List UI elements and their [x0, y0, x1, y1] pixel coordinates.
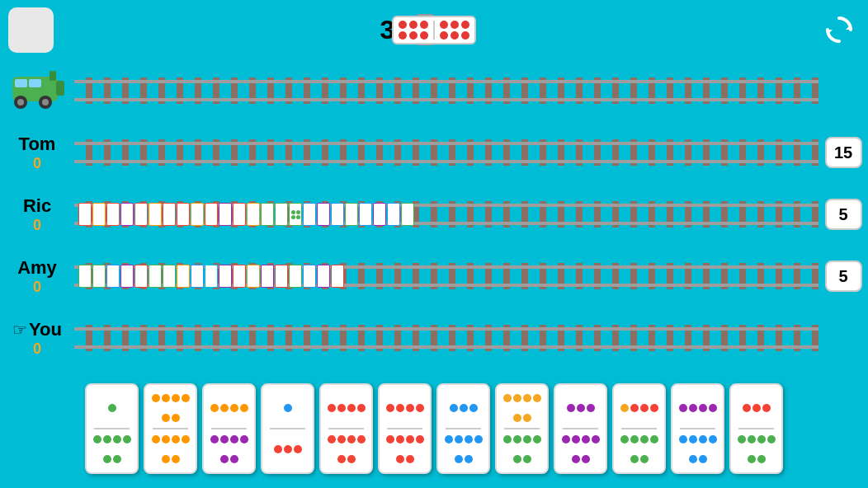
home-button[interactable] — [8, 7, 54, 53]
hand-domino-4-bottom — [266, 430, 309, 469]
train-score-badge — [818, 60, 868, 122]
score-badges: 15 5 5 — [818, 60, 868, 369]
hand-domino-11[interactable] — [671, 383, 724, 474]
hand-domino-6[interactable] — [378, 383, 432, 474]
hand-domino-9-top — [559, 388, 602, 427]
player-slot-tom: Tom 0 — [0, 122, 74, 184]
hand-domino-8-bottom — [500, 430, 544, 469]
player-score-you: 0 — [33, 340, 41, 358]
tom-track — [74, 139, 818, 166]
ric-score-badge: 5 — [818, 184, 868, 246]
you-track — [74, 325, 818, 351]
hand-domino-7[interactable] — [436, 383, 490, 474]
refresh-button[interactable] — [818, 9, 860, 50]
amy-score-badge: 5 — [818, 246, 868, 307]
player-score-ric: 0 — [33, 217, 41, 234]
hand-domino-10-top — [617, 388, 661, 427]
game-area: Tom 0 Ric 0 Amy 0 ☞ You 0 — [0, 60, 868, 369]
hand-domino-1[interactable] — [85, 383, 139, 474]
hand-domino-7-top — [441, 388, 485, 427]
hand-domino-2-bottom — [149, 430, 192, 469]
train-track — [74, 77, 818, 104]
hand-domino-8[interactable] — [495, 383, 549, 474]
player-labels: Tom 0 Ric 0 Amy 0 ☞ You 0 — [0, 60, 74, 369]
hand-domino-9[interactable] — [554, 383, 607, 474]
player-slot-amy: Amy 0 — [0, 246, 74, 307]
svg-rect-12 — [56, 81, 64, 96]
hand-domino-12-bottom — [734, 430, 778, 469]
ric-track-row — [74, 184, 818, 246]
player-name-tom: Tom — [19, 134, 56, 155]
hand-domino-4-top — [266, 388, 309, 427]
amy-score-box: 5 — [825, 260, 862, 292]
hand-domino-3-top — [207, 388, 251, 427]
player-name-you: You — [29, 319, 62, 340]
hand-domino-7-bottom — [441, 430, 485, 469]
player-score-amy: 0 — [33, 279, 41, 296]
game-container: 30 — [0, 0, 868, 488]
train-icon — [8, 64, 66, 117]
domino-display — [392, 16, 476, 45]
player-slot-ric: Ric 0 — [0, 184, 74, 246]
player-arrow-you: ☞ — [12, 320, 27, 340]
hand-domino-3-bottom — [207, 430, 251, 469]
hand-domino-10-bottom — [617, 430, 661, 469]
hand-domino-9-bottom — [559, 430, 602, 469]
ric-dominoes-on-track — [78, 203, 414, 226]
player-name-amy: Amy — [17, 257, 57, 279]
hand-domino-11-bottom — [676, 430, 719, 469]
ric-score-box: 5 — [825, 199, 862, 230]
hand-domino-6-bottom — [383, 430, 427, 469]
player-name-ric: Ric — [23, 195, 51, 217]
hand-domino-6-top — [383, 388, 427, 427]
hand-domino-5[interactable] — [319, 383, 373, 474]
hand-domino-11-top — [676, 388, 719, 427]
top-bar: 30 — [0, 0, 868, 60]
hand-domino-5-top — [324, 388, 368, 427]
you-score-badge — [818, 307, 868, 369]
you-track-row — [74, 307, 818, 369]
svg-point-10 — [42, 99, 49, 106]
hand-domino-12-top — [734, 388, 778, 427]
hand-area — [0, 369, 868, 488]
hand-domino-2[interactable] — [144, 383, 197, 474]
tom-track-row — [74, 122, 818, 184]
tracks-area — [74, 60, 818, 369]
svg-rect-5 — [15, 79, 27, 87]
hand-domino-3[interactable] — [202, 383, 256, 474]
tom-score-box: 15 — [825, 137, 862, 168]
amy-track-row — [74, 246, 818, 307]
hand-domino-1-top — [90, 388, 134, 427]
train-track-row — [74, 60, 818, 122]
tom-score-badge: 15 — [818, 122, 868, 184]
player-score-tom: 0 — [33, 155, 41, 172]
hand-domino-4[interactable] — [261, 383, 314, 474]
svg-rect-6 — [29, 79, 41, 87]
hand-domino-1-bottom — [90, 430, 134, 469]
hand-domino-8-top — [500, 388, 544, 427]
hand-domino-10[interactable] — [612, 383, 666, 474]
svg-point-8 — [17, 99, 24, 106]
svg-rect-11 — [50, 71, 56, 81]
amy-dominoes-on-track — [78, 265, 344, 288]
player-slot-you: ☞ You 0 — [0, 307, 74, 369]
hand-domino-5-bottom — [324, 430, 368, 469]
hand-domino-2-top — [149, 388, 192, 427]
train-player-slot — [0, 60, 74, 122]
hand-domino-12[interactable] — [729, 383, 783, 474]
